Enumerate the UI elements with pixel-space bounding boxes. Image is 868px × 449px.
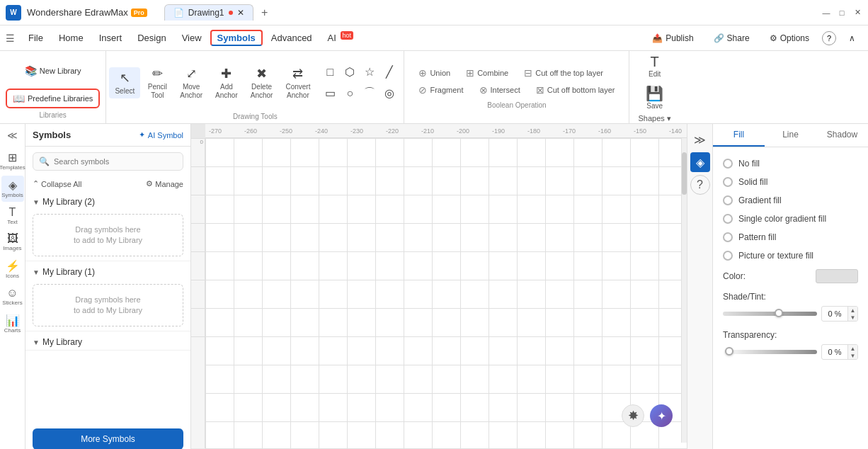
share-button[interactable]: 🔗 Share: [707, 30, 757, 46]
predefine-libraries-button[interactable]: 📖 Predefine Libraries: [6, 89, 100, 108]
close-button[interactable]: ✕: [852, 8, 862, 18]
sidebar-collapse-button[interactable]: ≪: [1, 127, 24, 144]
maximize-button[interactable]: □: [837, 8, 847, 18]
save-shapes-button[interactable]: 💾 Save: [643, 82, 666, 113]
union-button[interactable]: ⊕ Union: [413, 66, 456, 80]
add-tab-button[interactable]: +: [256, 4, 273, 21]
sidebar-item-stickers[interactable]: ☺ Stickers: [1, 284, 24, 309]
more-symbols-button[interactable]: More Symbols: [33, 428, 183, 449]
tab-line[interactable]: Line: [765, 124, 816, 147]
sparkle-button[interactable]: ✸: [622, 404, 644, 427]
shape-arc[interactable]: ⌒: [360, 84, 379, 103]
vertical-scrollbar[interactable]: [681, 138, 687, 443]
convert-anchor-button[interactable]: ⇄ ConvertAnchor: [280, 63, 316, 103]
fill-option-single-gradient[interactable]: Single color gradient fill: [720, 210, 861, 228]
help-button[interactable]: ?: [822, 31, 836, 45]
transparency-spin-up[interactable]: ▲: [847, 345, 857, 352]
tab-shadow[interactable]: Shadow: [816, 124, 868, 147]
shade-slider-thumb[interactable]: [775, 309, 783, 317]
search-icon: 🔍: [39, 157, 50, 166]
publish-button[interactable]: 📤 Publish: [645, 30, 700, 46]
tab-drawing1[interactable]: 📄 Drawing1 ✕: [164, 4, 253, 21]
shape-ring[interactable]: ◎: [379, 84, 399, 103]
stickers-icon: ☺: [6, 287, 18, 300]
ruler-mark: -160: [598, 127, 611, 135]
fill-option-pattern[interactable]: Pattern fill: [720, 228, 861, 246]
tab-fill[interactable]: Fill: [713, 124, 765, 147]
shape-circle[interactable]: ○: [340, 84, 360, 103]
shape-line[interactable]: ╱: [379, 62, 399, 82]
scrollbar-thumb[interactable]: [682, 152, 687, 195]
combine-label: Combine: [477, 69, 508, 77]
shade-slider[interactable]: [723, 312, 817, 316]
manage-button[interactable]: ⚙ Manage: [146, 179, 183, 188]
expand-panel-button[interactable]: ≫: [690, 130, 710, 149]
symbol-search-box[interactable]: 🔍: [33, 152, 183, 171]
symbol-search-input[interactable]: [54, 157, 177, 166]
my-library-2-header[interactable]: ▼ My Library (2): [25, 191, 190, 210]
menu-ai[interactable]: AI hot: [321, 29, 360, 46]
shapes-dropdown[interactable]: Shapes ▾: [638, 114, 670, 123]
combine-button[interactable]: ⊞ Combine: [460, 66, 514, 80]
shape-square[interactable]: □: [320, 62, 340, 82]
move-anchor-button[interactable]: ⤢ MoveAnchor: [174, 63, 208, 103]
drawing-canvas[interactable]: ✸ ✦: [205, 138, 687, 448]
charts-label: Charts: [4, 328, 21, 334]
fill-option-picture[interactable]: Picture or texture fill: [720, 246, 861, 265]
shade-value-box: 0 % ▲ ▼: [821, 306, 858, 322]
shape-rect[interactable]: ▭: [320, 84, 340, 103]
menu-file[interactable]: File: [21, 30, 50, 46]
cut-off-bottom-button[interactable]: ⊠ Cut off bottom layer: [530, 83, 621, 97]
cut-off-top-button[interactable]: ⊟ Cut off the top layer: [518, 66, 609, 80]
delete-anchor-button[interactable]: ✖ DeleteAnchor: [245, 63, 279, 103]
edit-shapes-button[interactable]: T Edit: [646, 51, 663, 81]
fragment-button[interactable]: ⊘ Fragment: [413, 83, 469, 97]
add-anchor-button[interactable]: ✚ AddAnchor: [210, 63, 244, 103]
main-layout: ≪ ⊞ Templates ◈ Symbols T Text 🖼 Images …: [0, 124, 868, 449]
transparency-spin-down[interactable]: ▼: [847, 352, 857, 359]
menu-insert[interactable]: Insert: [92, 30, 130, 46]
transparency-slider[interactable]: [723, 350, 817, 354]
menu-advanced[interactable]: Advanced: [264, 30, 319, 46]
shape-pentagon[interactable]: ⬡: [340, 62, 360, 82]
fill-option-no-fill[interactable]: No fill: [720, 154, 861, 173]
images-icon: 🖼: [7, 232, 18, 245]
help-panel-button[interactable]: ?: [690, 175, 710, 195]
my-library-header[interactable]: ▼ My Library: [25, 331, 190, 350]
ai-button[interactable]: ✦: [650, 404, 673, 427]
sidebar-item-images[interactable]: 🖼 Images: [1, 229, 24, 255]
share-label: Share: [727, 33, 750, 43]
intersect-button[interactable]: ⊗ Intersect: [474, 83, 526, 97]
my-library-1-header[interactable]: ▼ My Library (1): [25, 261, 190, 280]
shade-spin-up[interactable]: ▲: [847, 307, 857, 314]
fill-panel-button[interactable]: ◈: [690, 152, 710, 172]
menu-collapse-btn[interactable]: ☰: [6, 33, 20, 44]
text-icon: T: [9, 206, 16, 219]
menu-symbols[interactable]: Symbols: [210, 30, 263, 46]
shape-star[interactable]: ☆: [360, 62, 379, 82]
color-swatch[interactable]: [816, 269, 858, 283]
shade-spin-down[interactable]: ▼: [847, 314, 857, 321]
collapse-all-button[interactable]: ⌃ Collapse All: [33, 179, 81, 188]
fill-option-solid[interactable]: Solid fill: [720, 173, 861, 191]
sidebar-item-symbols[interactable]: ◈ Symbols: [1, 176, 24, 202]
libraries-section: 📚 New Library 📖 Predefine Libraries Libr…: [0, 51, 106, 123]
fill-option-gradient[interactable]: Gradient fill: [720, 191, 861, 210]
tab-close-icon[interactable]: ✕: [237, 8, 244, 18]
transparency-slider-thumb[interactable]: [725, 347, 733, 356]
sidebar-item-text[interactable]: T Text: [1, 203, 24, 229]
menu-design[interactable]: Design: [130, 30, 173, 46]
minimize-button[interactable]: —: [821, 8, 831, 18]
sidebar-item-charts[interactable]: 📊 Charts: [1, 311, 24, 337]
menu-home[interactable]: Home: [52, 30, 91, 46]
sidebar-item-templates[interactable]: ⊞ Templates: [1, 148, 24, 174]
new-library-button[interactable]: 📚 New Library: [18, 62, 88, 80]
pencil-tool-button[interactable]: ✏ PencilTool: [142, 63, 173, 103]
select-tool-button[interactable]: ↖ Select: [109, 67, 140, 98]
boolean-op-label: Boolean Operation: [413, 100, 620, 109]
sidebar-item-icons[interactable]: ⚡ Icons: [1, 256, 24, 283]
options-button[interactable]: ⚙ Options: [763, 30, 816, 46]
menu-view[interactable]: View: [175, 30, 209, 46]
ai-symbol-button[interactable]: ✦ AI Symbol: [139, 130, 183, 140]
collapse-ribbon-button[interactable]: ∧: [842, 30, 862, 46]
